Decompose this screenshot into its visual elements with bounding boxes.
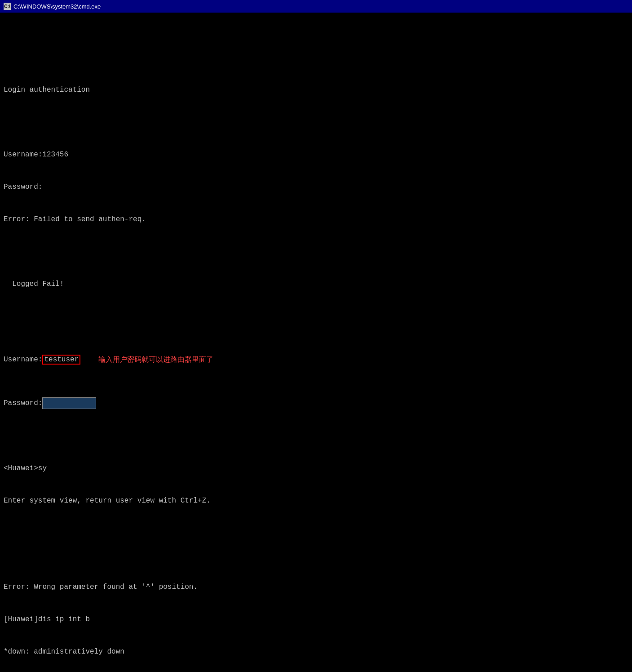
error1-line: Error: Failed to send authen-req. [4,214,628,225]
login-auth-line: Login authentication [4,85,628,95]
blank-line-2 [4,117,628,128]
password2-line-row: Password: [4,397,628,409]
username2-line: Username:testuser 输入用户密码就可以进路由器里面了 [4,354,628,365]
password-input-box [42,397,96,409]
blank-line-5 [4,528,628,538]
username2-text: Username:testuser [4,354,80,365]
blank-line-4 [4,311,628,322]
dis-ip-int-b-line: Error: Wrong parameter found at '^' posi… [4,582,628,592]
terminal-window: Login authentication Username:123456 Pas… [0,13,632,672]
blank-line-3 [4,246,628,257]
blank-line-1 [4,52,628,63]
password1-line: Password: [4,182,628,192]
window-title: C:\WINDOWS\system32\cmd.exe [13,3,101,10]
dis-int-b-line: Enter system view, return user view with… [4,495,628,506]
title-bar: C:\ C:\WINDOWS\system32\cmd.exe [0,0,632,13]
username-input-box: testuser [42,355,80,365]
cmd-icon: C:\ [4,3,11,10]
down-admin-line: [Huawei]dis ip int b [4,614,628,625]
annotation-text: 输入用户密码就可以进路由器里面了 [98,354,213,365]
down-standby-line: *down: administratively down [4,646,628,657]
logged-fail-line: Logged Fail! [4,279,628,289]
enter-sys-line: <Huawei>sy [4,463,628,474]
username1-line: Username:123456 [4,149,628,160]
